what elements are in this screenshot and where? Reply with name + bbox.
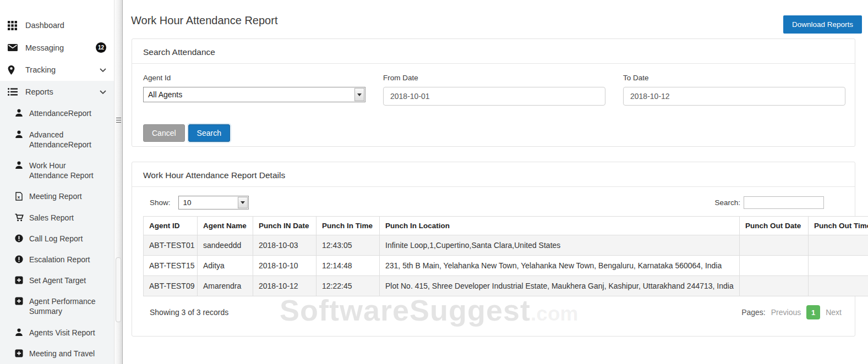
sidebar: Dashboard Messaging 12 Tracking Reports — [0, 0, 114, 364]
sidebar-item-work-hour-attendance-report[interactable]: Work Hour Attendance Report — [0, 155, 114, 186]
sidebar-item-call-log-report[interactable]: Call Log Report — [0, 228, 114, 249]
sidebar-splitter[interactable] — [114, 0, 123, 364]
envelope-icon — [8, 43, 20, 53]
details-panel-title: Work Hour Attendance Report Details — [132, 162, 855, 187]
chevron-down-icon — [100, 90, 106, 94]
download-reports-button[interactable]: Download Reports — [783, 15, 862, 34]
sidebar-item-dashboard[interactable]: Dashboard — [0, 14, 114, 36]
table-search-label: Search: — [714, 198, 740, 207]
page-title: Work Hour Attendance Report — [131, 14, 277, 27]
column-header[interactable]: Punch Out Date — [740, 217, 809, 235]
sidebar-item-advanced-attendance-report[interactable]: Advanced AttendanceReport — [0, 124, 114, 155]
location-pin-icon — [8, 65, 20, 75]
cart-icon — [15, 213, 24, 222]
cell-punch-in-location: Infinite Loop,1,Cupertino,Santa Clara,Un… — [380, 235, 740, 256]
cell-punch-out-time — [809, 276, 868, 296]
sidebar-item-label: Tracking — [25, 65, 56, 75]
column-header[interactable]: Punch Out Time — [809, 217, 868, 235]
column-header[interactable]: Punch In Time — [316, 217, 380, 235]
cell-punch-in-date: 2018-10-10 — [253, 256, 316, 276]
cell-punch-in-date: 2018-10-12 — [253, 276, 316, 296]
from-date-input[interactable] — [383, 87, 605, 106]
cell-punch-in-location: Plot No. 415, Shree Developer Industrial… — [380, 276, 740, 296]
report-details-panel: Work Hour Attendance Report Details Show… — [132, 162, 855, 337]
cell-agent-name: Aditya — [198, 256, 253, 276]
plus-square-icon — [15, 276, 24, 284]
column-header[interactable]: Agent Name — [198, 217, 253, 235]
show-label: Show: — [150, 198, 171, 207]
dropdown-arrow-icon[interactable] — [354, 88, 364, 101]
excel-file-icon: x — [15, 192, 24, 201]
sidebar-item-messaging[interactable]: Messaging 12 — [0, 36, 114, 59]
show-entries-select[interactable]: 10 — [178, 196, 249, 209]
cancel-button[interactable]: Cancel — [143, 124, 185, 142]
column-header[interactable]: Punch In Location — [380, 217, 740, 235]
column-header[interactable]: Agent ID — [144, 217, 198, 235]
sidebar-item-attendance-report[interactable]: AttendanceReport — [0, 103, 114, 124]
sidebar-item-agent-performance-summary[interactable]: Agent Performance Summary — [0, 291, 114, 322]
table-row[interactable]: ABT-TEST09 Amarendra 2018-10-12 12:22:45… — [144, 276, 868, 296]
agent-id-selected-value: All Agents — [148, 90, 182, 99]
sidebar-item-label: Dashboard — [25, 20, 64, 30]
sidebar-item-meeting-report[interactable]: x Meeting Report — [0, 186, 114, 207]
list-icon — [8, 87, 20, 97]
sidebar-item-label: Meeting Report — [29, 191, 82, 201]
sidebar-item-label: Agent Performance Summary — [29, 296, 98, 316]
cell-punch-in-time: 12:14:48 — [316, 256, 380, 276]
sidebar-item-meeting-and-travel[interactable]: Meeting and Travel — [0, 343, 114, 364]
table-header-row: Agent ID Agent Name Punch IN Date Punch … — [144, 217, 868, 235]
plus-square-icon — [15, 297, 24, 305]
to-date-input[interactable] — [623, 87, 845, 106]
scrollbar-thumb[interactable] — [116, 257, 121, 322]
dropdown-arrow-icon[interactable] — [238, 197, 248, 208]
sidebar-item-escalation-report[interactable]: Escalation Report — [0, 249, 114, 270]
table-row[interactable]: ABT-TEST01 sandeeddd 2018-10-03 12:43:05… — [144, 235, 868, 256]
plus-square-icon — [15, 349, 24, 357]
sidebar-item-set-agent-target[interactable]: Set Agent Target — [0, 270, 114, 291]
agent-id-label: Agent Id — [143, 74, 365, 82]
attendance-table-wrap: Agent ID Agent Name Punch IN Date Punch … — [143, 216, 868, 296]
table-row[interactable]: ABT-TEST15 Aditya 2018-10-10 12:14:48 23… — [144, 256, 868, 276]
sidebar-item-label: Agents Visit Report — [29, 328, 95, 338]
next-page-link[interactable]: Next — [826, 308, 842, 317]
sidebar-item-label: Call Log Report — [29, 234, 83, 244]
sidebar-item-label: Set Agent Target — [29, 275, 86, 285]
search-button[interactable]: Search — [188, 124, 230, 142]
agent-id-select[interactable]: All Agents — [143, 87, 365, 102]
table-search-input[interactable] — [744, 196, 824, 209]
search-panel-title: Search Attendance — [132, 39, 855, 64]
from-date-label: From Date — [383, 74, 605, 82]
cell-punch-out-time — [809, 235, 868, 256]
cell-agent-id: ABT-TEST01 — [144, 235, 198, 256]
to-date-label: To Date — [623, 74, 845, 82]
records-count-text: Showing 3 of 3 records — [150, 308, 228, 317]
sidebar-item-sales-report[interactable]: Sales Report — [0, 207, 114, 228]
sidebar-item-label: Escalation Report — [29, 255, 90, 264]
sidebar-item-reports[interactable]: Reports — [0, 81, 114, 103]
sidebar-item-tracking[interactable]: Tracking — [0, 59, 114, 81]
column-header[interactable]: Punch IN Date — [253, 217, 316, 235]
person-icon — [15, 130, 24, 139]
person-icon — [15, 109, 24, 117]
cell-punch-out-date — [740, 235, 809, 256]
cell-agent-name: sandeeddd — [198, 235, 253, 256]
show-entries-value: 10 — [183, 198, 192, 207]
sidebar-item-label: Reports — [25, 87, 53, 97]
person-icon — [15, 161, 24, 169]
cell-agent-id: ABT-TEST15 — [144, 256, 198, 276]
sidebar-item-label: Messaging — [25, 43, 64, 53]
sidebar-item-agents-visit-report[interactable]: Agents Visit Report — [0, 322, 114, 343]
pages-label: Pages: — [741, 308, 766, 317]
cell-punch-in-time: 12:22:45 — [316, 276, 380, 296]
splitter-grip-icon[interactable] — [116, 118, 121, 124]
current-page-button[interactable]: 1 — [806, 305, 820, 319]
sidebar-item-label: Work Hour Attendance Report — [29, 161, 106, 180]
sidebar-item-label: AttendanceReport — [29, 108, 91, 118]
cell-punch-in-time: 12:43:05 — [316, 235, 380, 256]
sidebar-item-label: Sales Report — [29, 213, 74, 223]
cell-punch-out-date — [740, 276, 809, 296]
svg-text:x: x — [18, 195, 20, 200]
cell-punch-out-time — [809, 256, 868, 276]
previous-page-link[interactable]: Previous — [771, 308, 801, 317]
cell-agent-id: ABT-TEST09 — [144, 276, 198, 296]
